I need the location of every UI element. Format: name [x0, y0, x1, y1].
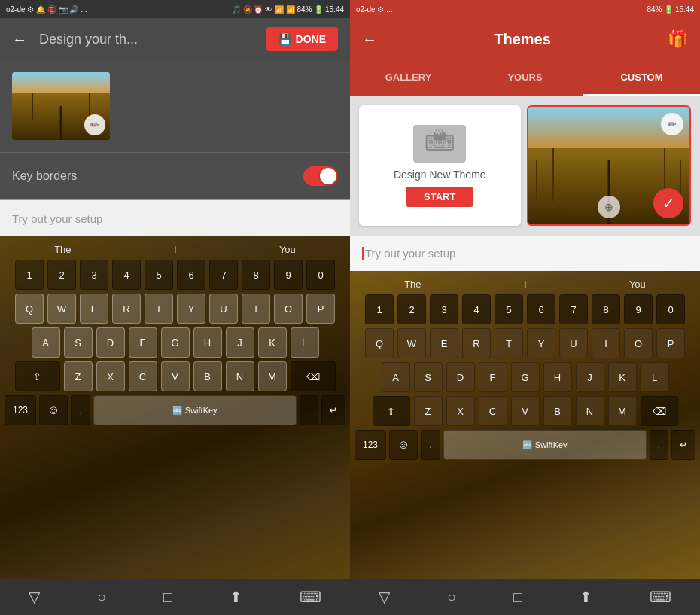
right-back-button[interactable]: ← [362, 31, 377, 48]
key-0[interactable]: 0 [306, 260, 335, 290]
key-y[interactable]: Y [177, 294, 205, 324]
key-r[interactable]: R [112, 294, 141, 324]
rk-x[interactable]: X [446, 396, 475, 426]
key-c[interactable]: C [129, 361, 157, 391]
rk-6[interactable]: 6 [527, 294, 555, 324]
rk-0[interactable]: 0 [656, 294, 685, 324]
rk-backspace[interactable]: ⌫ [641, 396, 678, 426]
rk-e[interactable]: E [430, 328, 458, 358]
upload-nav-icon[interactable]: ⬆ [230, 588, 242, 606]
rk-q[interactable]: Q [365, 328, 394, 358]
key-u[interactable]: U [209, 294, 238, 324]
rk-h[interactable]: H [543, 362, 572, 392]
key-a[interactable]: A [32, 327, 60, 358]
rk-g[interactable]: G [511, 362, 540, 392]
design-new-theme-card[interactable]: 🏔 Design New Theme START [359, 105, 521, 226]
rk-c[interactable]: C [479, 396, 507, 426]
key-t[interactable]: T [145, 294, 173, 324]
tab-custom[interactable]: CUSTOM [583, 60, 700, 96]
done-button[interactable]: 💾 DONE [266, 27, 338, 51]
key-2[interactable]: 2 [47, 260, 76, 290]
keyboard-nav-icon[interactable]: ⌨ [300, 588, 321, 606]
right-suggestion-you[interactable]: You [629, 279, 646, 290]
key-6[interactable]: 6 [177, 260, 205, 290]
rk-d[interactable]: D [446, 362, 475, 392]
key-x[interactable]: X [96, 361, 125, 391]
rk-8[interactable]: 8 [592, 294, 620, 324]
key-v[interactable]: V [161, 361, 190, 391]
key-n[interactable]: N [226, 361, 254, 391]
rk-4[interactable]: 4 [462, 294, 491, 324]
back-nav-icon[interactable]: ▽ [29, 588, 40, 606]
right-keyboard-nav-icon[interactable]: ⌨ [650, 588, 671, 606]
right-back-nav-icon[interactable]: ▽ [379, 588, 390, 606]
rk-period[interactable]: . [650, 430, 668, 460]
rk-enter[interactable]: ↵ [671, 430, 695, 460]
key-9[interactable]: 9 [274, 260, 303, 290]
key-s[interactable]: S [64, 327, 93, 358]
rk-n[interactable]: N [576, 396, 604, 426]
right-suggestion-i[interactable]: I [524, 279, 527, 290]
rk-w[interactable]: W [397, 328, 426, 358]
key-5[interactable]: 5 [145, 260, 173, 290]
space-key[interactable]: 🔤 SwiftKey [93, 395, 297, 425]
start-button[interactable]: START [406, 187, 473, 207]
edit-photo-theme-button[interactable]: ✏ [661, 113, 683, 135]
back-button[interactable]: ← [12, 31, 27, 48]
tab-gallery[interactable]: GALLERY [350, 60, 467, 96]
backspace-key[interactable]: ⌫ [291, 361, 336, 391]
comma-key[interactable]: , [71, 395, 90, 425]
rk-b[interactable]: B [543, 396, 572, 426]
rk-shift[interactable]: ⇧ [373, 396, 410, 426]
rk-3[interactable]: 3 [430, 294, 458, 324]
key-8[interactable]: 8 [242, 260, 270, 290]
key-b[interactable]: B [193, 361, 222, 391]
rk-i[interactable]: I [592, 328, 620, 358]
suggestion-you[interactable]: You [279, 244, 296, 255]
right-suggestion-the[interactable]: The [404, 279, 421, 290]
key-d[interactable]: D [96, 327, 125, 358]
home-nav-icon[interactable]: ○ [97, 589, 106, 606]
rk-5[interactable]: 5 [495, 294, 523, 324]
right-recents-nav-icon[interactable]: □ [513, 589, 522, 606]
suggestion-i[interactable]: I [174, 244, 177, 255]
key-w[interactable]: W [47, 294, 76, 324]
key-borders-toggle[interactable] [303, 166, 338, 186]
rk-s[interactable]: S [414, 362, 443, 392]
rk-j[interactable]: J [576, 362, 604, 392]
enter-key[interactable]: ↵ [321, 395, 345, 425]
key-h[interactable]: H [193, 327, 222, 358]
rk-comma[interactable]: , [421, 430, 440, 460]
rk-u[interactable]: U [559, 328, 588, 358]
edit-theme-image-button[interactable]: ✏ [84, 114, 105, 135]
rk-7[interactable]: 7 [559, 294, 588, 324]
key-m[interactable]: M [258, 361, 287, 391]
key-7[interactable]: 7 [209, 260, 238, 290]
theme-image-container[interactable]: ✏ [12, 72, 110, 140]
more-photo-options-button[interactable]: ⊕ [598, 196, 620, 218]
rk-k[interactable]: K [608, 362, 637, 392]
key-e[interactable]: E [80, 294, 108, 324]
rk-t[interactable]: T [495, 328, 523, 358]
key-z[interactable]: Z [64, 361, 93, 391]
tab-yours[interactable]: YOURS [467, 60, 583, 96]
rk-y[interactable]: Y [527, 328, 555, 358]
key-1[interactable]: 1 [15, 260, 44, 290]
select-photo-theme-button[interactable]: ✓ [653, 188, 683, 218]
rk-r[interactable]: R [462, 328, 491, 358]
rk-l[interactable]: L [641, 362, 669, 392]
recents-nav-icon[interactable]: □ [163, 589, 172, 606]
key-g[interactable]: G [161, 327, 190, 358]
emoji-key[interactable]: ☺ [39, 395, 68, 425]
rk-v[interactable]: V [511, 396, 540, 426]
right-home-nav-icon[interactable]: ○ [447, 589, 456, 606]
rk-emoji[interactable]: ☺ [389, 430, 418, 460]
rk-1[interactable]: 1 [365, 294, 394, 324]
rk-9[interactable]: 9 [624, 294, 653, 324]
rk-m[interactable]: M [608, 396, 637, 426]
key-k[interactable]: K [258, 327, 287, 358]
period-key[interactable]: . [300, 395, 318, 425]
key-p[interactable]: P [306, 294, 335, 324]
num-key[interactable]: 123 [5, 395, 36, 425]
rk-2[interactable]: 2 [397, 294, 426, 324]
